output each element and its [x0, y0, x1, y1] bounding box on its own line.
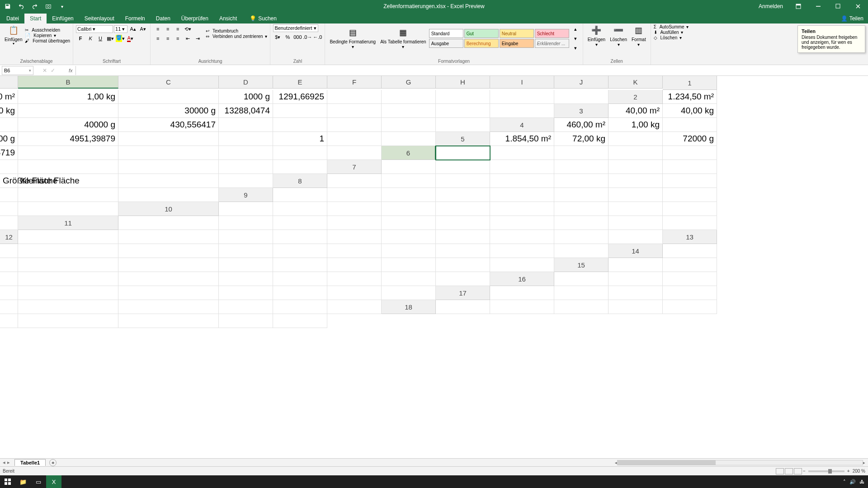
format-painter-button[interactable]: 🖌 Format übertragen	[25, 38, 70, 43]
qat-customize-icon[interactable]: ▾	[57, 1, 67, 11]
increase-decimal-icon[interactable]: .0→	[303, 33, 312, 42]
style-neutral[interactable]: Neutral	[500, 29, 534, 38]
svg-rect-5	[836, 4, 840, 8]
minimize-icon[interactable]	[808, 0, 828, 13]
fill-color-icon[interactable]: 🪣▾	[116, 34, 125, 43]
font-name-select[interactable]: Calibri ▾	[76, 25, 113, 33]
conditional-format-button[interactable]: ▤Bedingte Formatierung▾	[328, 27, 377, 50]
merge-center-button[interactable]: ⇔ Verbinden und zentrieren ▾	[206, 34, 267, 39]
thousands-icon[interactable]: 000	[293, 33, 302, 42]
align-right-icon[interactable]: ≡	[173, 34, 182, 43]
camera-icon[interactable]	[43, 1, 53, 11]
font-color-icon[interactable]: A▾	[126, 34, 135, 43]
wrap-text-button[interactable]: ↩ Textumbruch	[206, 28, 267, 33]
currency-icon[interactable]: $▾	[273, 33, 282, 42]
ribbon-tabs: Datei Start Einfügen Seitenlayout Formel…	[0, 13, 868, 23]
share-button[interactable]: 👤 Teilen	[836, 14, 868, 23]
cut-button[interactable]: ✂ Ausschneiden	[25, 28, 70, 33]
align-center-icon[interactable]: ≡	[163, 34, 172, 43]
tab-seitenlayout[interactable]: Seitenlayout	[79, 14, 120, 23]
copy-icon: 📄	[25, 33, 30, 38]
group-alignment: ≡ ≡ ≡ ⟲▾ ≡ ≡ ≡ ⇤ ⇥ ↩ Textumbruch ⇔ Verbi…	[151, 23, 270, 65]
redo-icon[interactable]	[30, 1, 40, 11]
wrap-label: Textumbruch	[212, 28, 238, 33]
font-size-select[interactable]: 11 ▾	[114, 25, 127, 33]
style-more-icon[interactable]: ▾	[571, 43, 580, 52]
tab-suchen[interactable]: 💡 Suchen	[244, 14, 282, 23]
increase-indent-icon[interactable]: ⇥	[193, 34, 202, 43]
align-bottom-icon[interactable]: ≡	[173, 24, 182, 33]
clipboard-icon: 📋	[8, 25, 19, 36]
fx-icon[interactable]: fx	[69, 68, 73, 73]
clear-label: Löschen	[660, 35, 677, 40]
tab-ansicht[interactable]: Ansicht	[214, 14, 242, 23]
delete-cells-button[interactable]: ➖Löschen▾	[608, 24, 629, 48]
ribbon-display-icon[interactable]	[788, 0, 808, 13]
formula-input[interactable]	[75, 66, 868, 75]
style-eingabe[interactable]: Eingabe	[500, 39, 534, 48]
decrease-font-icon[interactable]: A▾	[138, 24, 147, 33]
eraser-icon: ◇	[654, 35, 657, 40]
save-icon[interactable]	[3, 1, 13, 11]
signin-link[interactable]: Anmelden	[753, 0, 788, 13]
group-font: Calibri ▾ 11 ▾ A▴ A▾ F K U ▦▾ 🪣▾ A▾ Schr…	[73, 23, 151, 65]
fill-down-icon: ⬇	[654, 30, 657, 35]
style-standard[interactable]: Standard	[429, 29, 463, 38]
tab-einfuegen[interactable]: Einfügen	[47, 14, 79, 23]
style-scroll-down-icon[interactable]: ▾	[571, 34, 580, 43]
style-erklaerender[interactable]: Erklärender ...	[535, 39, 569, 48]
insert-cells-button[interactable]: ➕Einfügen▾	[586, 24, 607, 48]
tab-ueberpruefen[interactable]: Überprüfen	[176, 14, 214, 23]
insert-cells-label: Einfügen	[588, 37, 605, 42]
group-alignment-label: Ausrichtung	[153, 58, 267, 64]
scissors-icon: ✂	[25, 28, 28, 33]
cond-format-icon: ▤	[347, 28, 358, 38]
font-name-value: Calibri	[77, 26, 91, 32]
align-left-icon[interactable]: ≡	[153, 34, 162, 43]
style-ausgabe[interactable]: Ausgabe	[429, 39, 463, 48]
format-as-table-button[interactable]: ▦Als Tabelle formatieren▾	[378, 27, 428, 50]
align-top-icon[interactable]: ≡	[153, 24, 162, 33]
style-gut[interactable]: Gut	[464, 29, 499, 38]
name-box[interactable]: B6▾	[2, 66, 33, 75]
style-scroll-up-icon[interactable]: ▴	[571, 24, 580, 33]
copy-button[interactable]: 📄 Kopieren ▾	[25, 33, 70, 38]
cut-label: Ausschneiden	[32, 28, 60, 33]
enter-icon: ✓	[51, 67, 55, 74]
border-icon[interactable]: ▦▾	[106, 34, 115, 43]
decrease-decimal-icon[interactable]: ←.0	[313, 33, 322, 42]
group-number: Benutzerdefiniert ▾ $▾ % 000 .0→ ←.0 Zah…	[270, 23, 325, 65]
tab-datei[interactable]: Datei	[1, 14, 24, 23]
decrease-indent-icon[interactable]: ⇤	[183, 34, 192, 43]
delete-cells-icon: ➖	[613, 25, 624, 36]
bold-icon[interactable]: F	[76, 34, 85, 43]
clear-button[interactable]: ◇ Löschen ▾	[654, 35, 689, 40]
tab-daten[interactable]: Daten	[151, 14, 176, 23]
font-size-value: 11	[115, 26, 121, 32]
paste-button[interactable]: 📋 Einfügen ▾	[3, 24, 24, 47]
svg-rect-3	[796, 4, 801, 5]
format-cells-button[interactable]: ▥Format▾	[630, 24, 648, 48]
close-icon[interactable]	[848, 0, 868, 13]
format-cells-icon: ▥	[633, 25, 644, 36]
maximize-icon[interactable]	[828, 0, 848, 13]
italic-icon[interactable]: K	[86, 34, 95, 43]
percent-icon[interactable]: %	[283, 33, 292, 42]
group-styles: ▤Bedingte Formatierung▾ ▦Als Tabelle for…	[325, 23, 583, 65]
orientation-icon[interactable]: ⟲▾	[183, 24, 192, 33]
merge-label: Verbinden und zentrieren	[212, 34, 263, 39]
number-format-select[interactable]: Benutzerdefiniert ▾	[273, 24, 318, 32]
align-middle-icon[interactable]: ≡	[163, 24, 172, 33]
style-berechnung[interactable]: Berechnung	[464, 39, 499, 48]
svg-rect-0	[46, 5, 51, 9]
fill-button[interactable]: ⬇ Ausfüllen ▾	[654, 30, 689, 35]
style-schlecht[interactable]: Schlecht	[535, 29, 569, 38]
tab-formeln[interactable]: Formeln	[120, 14, 151, 23]
tab-start[interactable]: Start	[24, 14, 47, 23]
ribbon-panel: 📋 Einfügen ▾ ✂ Ausschneiden 📄 Kopieren ▾…	[0, 23, 868, 65]
undo-icon[interactable]	[16, 1, 26, 11]
autosum-button[interactable]: Σ AutoSumme ▾	[654, 24, 689, 29]
copy-label: Kopieren	[33, 33, 52, 38]
underline-icon[interactable]: U	[96, 34, 105, 43]
increase-font-icon[interactable]: A▴	[128, 24, 137, 33]
